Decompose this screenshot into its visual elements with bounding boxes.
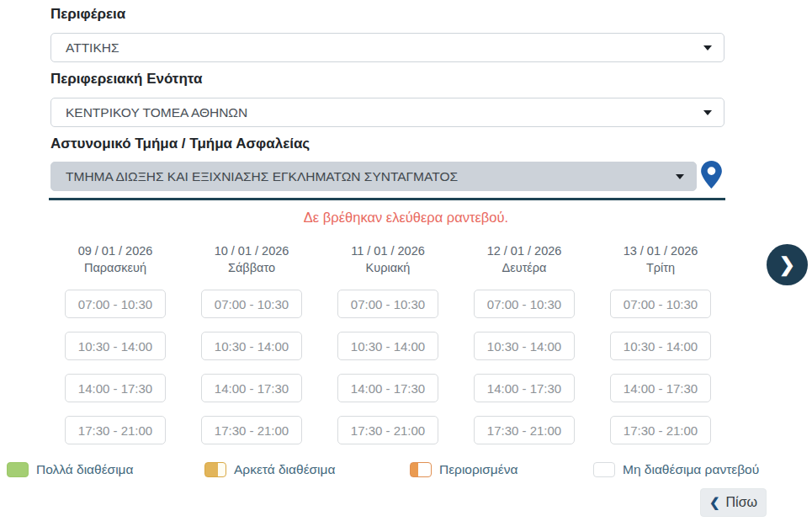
time-slot-button[interactable]: 10:30 - 14:00 bbox=[610, 332, 711, 360]
day-column: 09 / 01 / 2026 Παρασκευή 07:00 - 10:30 1… bbox=[65, 242, 166, 444]
time-slot-button[interactable]: 14:00 - 17:30 bbox=[65, 374, 166, 402]
day-date: 09 / 01 / 2026 bbox=[65, 242, 166, 259]
region-label: Περιφέρεια bbox=[50, 6, 125, 23]
location-pin-icon[interactable] bbox=[701, 161, 722, 189]
department-field-underline bbox=[49, 198, 725, 200]
time-slot-button[interactable]: 10:30 - 14:00 bbox=[474, 332, 575, 360]
chevron-down-icon bbox=[703, 110, 712, 115]
slot-list: 07:00 - 10:30 10:30 - 14:00 14:00 - 17:3… bbox=[65, 290, 166, 444]
region-select[interactable]: ΑΤΤΙΚΗΣ bbox=[50, 33, 724, 62]
time-slot-button[interactable]: 14:00 - 17:30 bbox=[610, 374, 711, 402]
legend-label: Μη διαθέσιμα ραντεβού bbox=[623, 460, 759, 479]
orange-swatch-icon bbox=[410, 462, 432, 477]
time-slot-button[interactable]: 10:30 - 14:00 bbox=[201, 332, 302, 360]
time-slot-button[interactable]: 14:00 - 17:30 bbox=[201, 374, 302, 402]
time-slot-button[interactable]: 07:00 - 10:30 bbox=[201, 290, 302, 318]
legend-label: Πολλά διαθέσιμα bbox=[36, 460, 134, 479]
day-date: 12 / 01 / 2026 bbox=[474, 242, 575, 259]
police-department-select[interactable]: ΤΜΗΜΑ ΔΙΩΞΗΣ ΚΑΙ ΕΞΙΧΝΙΑΣΗΣ ΕΓΚΛΗΜΑΤΩΝ Σ… bbox=[50, 162, 697, 191]
time-slot-button[interactable]: 07:00 - 10:30 bbox=[610, 290, 711, 318]
regional-unit-select-value: ΚΕΝΤΡΙΚΟΥ ΤΟΜΕΑ ΑΘΗΝΩΝ bbox=[66, 105, 247, 120]
legend-label: Περιορισμένα bbox=[439, 460, 517, 479]
empty-swatch-icon bbox=[593, 462, 615, 477]
availability-legend: Πολλά διαθέσιμα Αρκετά διαθέσιμα Περιορι… bbox=[0, 460, 812, 481]
green-swatch-icon bbox=[7, 462, 29, 477]
police-department-label: Αστυνομικό Τμήμα / Τμήμα Ασφαλείας bbox=[50, 136, 310, 152]
day-date: 13 / 01 / 2026 bbox=[610, 242, 711, 259]
day-column: 12 / 01 / 2026 Δευτέρα 07:00 - 10:30 10:… bbox=[474, 242, 575, 444]
legend-item-enough-available: Αρκετά διαθέσιμα bbox=[204, 460, 335, 479]
appointment-booking-page: Περιφέρεια ΑΤΤΙΚΗΣ Περιφερειακή Ενότητα … bbox=[0, 0, 812, 532]
back-button-label: Πίσω bbox=[726, 495, 757, 510]
slot-list: 07:00 - 10:30 10:30 - 14:00 14:00 - 17:3… bbox=[337, 290, 438, 444]
day-weekday: Σάββατο bbox=[201, 259, 302, 276]
time-slot-button[interactable]: 14:00 - 17:30 bbox=[337, 374, 438, 402]
chevron-left-icon: ❮ bbox=[709, 495, 720, 510]
legend-item-limited: Περιορισμένα bbox=[410, 460, 517, 479]
time-slot-button[interactable]: 07:00 - 10:30 bbox=[337, 290, 438, 318]
chevron-down-icon bbox=[676, 174, 684, 179]
time-slot-button[interactable]: 17:30 - 21:00 bbox=[474, 416, 575, 444]
day-date: 11 / 01 / 2026 bbox=[337, 242, 438, 259]
chevron-down-icon bbox=[703, 45, 712, 51]
time-slot-button[interactable]: 17:30 - 21:00 bbox=[337, 416, 438, 444]
next-week-button[interactable]: ❯ bbox=[767, 244, 808, 285]
day-column: 10 / 01 / 2026 Σάββατο 07:00 - 10:30 10:… bbox=[201, 242, 302, 444]
day-weekday: Κυριακή bbox=[337, 259, 438, 276]
back-button[interactable]: ❮ Πίσω bbox=[700, 488, 767, 517]
time-slot-button[interactable]: 17:30 - 21:00 bbox=[610, 416, 711, 444]
regional-unit-label: Περιφερειακή Ενότητα bbox=[50, 71, 202, 88]
no-appointments-message: Δε βρέθηκαν ελεύθερα ραντεβού. bbox=[0, 210, 812, 226]
legend-item-unavailable: Μη διαθέσιμα ραντεβού bbox=[593, 460, 759, 479]
day-weekday: Παρασκευή bbox=[65, 259, 166, 276]
time-slot-button[interactable]: 07:00 - 10:30 bbox=[474, 290, 575, 318]
day-column: 13 / 01 / 2026 Τρίτη 07:00 - 10:30 10:30… bbox=[610, 242, 711, 444]
time-slot-button[interactable]: 17:30 - 21:00 bbox=[201, 416, 302, 444]
police-department-select-value: ΤΜΗΜΑ ΔΙΩΞΗΣ ΚΑΙ ΕΞΙΧΝΙΑΣΗΣ ΕΓΚΛΗΜΑΤΩΝ Σ… bbox=[66, 169, 458, 184]
slot-list: 07:00 - 10:30 10:30 - 14:00 14:00 - 17:3… bbox=[610, 290, 711, 444]
day-weekday: Τρίτη bbox=[610, 259, 711, 276]
time-slot-button[interactable]: 14:00 - 17:30 bbox=[474, 374, 575, 402]
appointment-calendar: 09 / 01 / 2026 Παρασκευή 07:00 - 10:30 1… bbox=[65, 242, 711, 444]
time-slot-button[interactable]: 17:30 - 21:00 bbox=[65, 416, 166, 444]
region-select-value: ΑΤΤΙΚΗΣ bbox=[66, 40, 119, 56]
slot-list: 07:00 - 10:30 10:30 - 14:00 14:00 - 17:3… bbox=[201, 290, 302, 444]
regional-unit-select[interactable]: ΚΕΝΤΡΙΚΟΥ ΤΟΜΕΑ ΑΘΗΝΩΝ bbox=[50, 98, 724, 127]
time-slot-button[interactable]: 10:30 - 14:00 bbox=[65, 332, 166, 360]
legend-label: Αρκετά διαθέσιμα bbox=[234, 460, 335, 479]
time-slot-button[interactable]: 10:30 - 14:00 bbox=[337, 332, 438, 360]
slot-list: 07:00 - 10:30 10:30 - 14:00 14:00 - 17:3… bbox=[474, 290, 575, 444]
amber-swatch-icon bbox=[204, 462, 226, 477]
day-column: 11 / 01 / 2026 Κυριακή 07:00 - 10:30 10:… bbox=[337, 242, 438, 444]
chevron-right-icon: ❯ bbox=[779, 253, 795, 276]
day-date: 10 / 01 / 2026 bbox=[201, 242, 302, 259]
legend-item-many-available: Πολλά διαθέσιμα bbox=[7, 460, 134, 479]
time-slot-button[interactable]: 07:00 - 10:30 bbox=[65, 290, 166, 318]
day-weekday: Δευτέρα bbox=[474, 259, 575, 276]
